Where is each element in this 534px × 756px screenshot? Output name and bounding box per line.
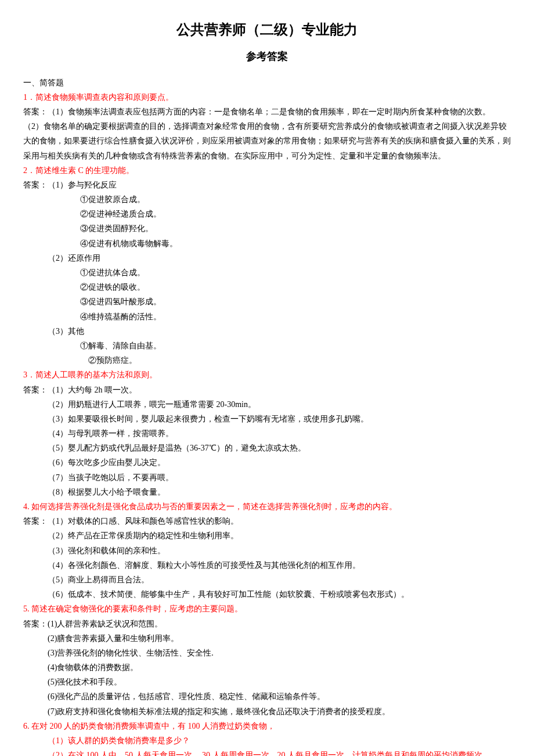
question-4-answer-3: （3）强化剂和载体间的亲和性。 xyxy=(23,543,511,558)
document-subtitle: 参考答案 xyxy=(23,47,511,66)
question-3-answer-4: （4）与母乳喂养一样，按需喂养。 xyxy=(23,426,511,441)
question-5-answer-7: (7)政府支持和强化食物相关标准法规的指定和实施，最终强化食品还取决于消费者的接… xyxy=(23,704,511,719)
question-5-answer-2: (2)膳食营养素摄入量和生物利用率。 xyxy=(23,631,511,646)
question-1-title: 1．简述食物频率调查表内容和原则要点。 xyxy=(23,90,511,105)
question-4-answer-6: （6）低成本、技术简便、能够集中生产，具有较好可加工性能（如软胶囊、干粉或喷雾包… xyxy=(23,587,511,602)
question-1-answer-1: 答案：（1）食物频率法调查表应包括两方面的内容：一是食物名单；二是食物的食用频率… xyxy=(23,105,511,119)
question-2-answer-a2: ②促进神经递质合成。 xyxy=(23,207,511,221)
question-6-sub-2: （2）在这 100 人中，50 人每天食用一次， 30 人每周食用一次，20 人… xyxy=(23,748,511,756)
document-title: 公共营养师（二级）专业能力 xyxy=(23,17,511,42)
question-6-sub-1: （1）该人群的奶类食物消费率是多少？ xyxy=(23,733,511,748)
question-4-answer-5: （5）商业上易得而且合法。 xyxy=(23,573,511,587)
question-3-answer-8: （8）根据婴儿大小给予喂食量。 xyxy=(23,485,511,499)
question-2-answer-b4: ④维持巯基酶的活性。 xyxy=(23,309,511,324)
question-5-answer-4: (4)食物载体的消费数据。 xyxy=(23,660,511,675)
question-2-answer-b1: ①促进抗体合成。 xyxy=(23,265,511,280)
question-3-answer-2: （2）用奶瓶进行人工喂养，喂完一瓶通常需要 20-30min。 xyxy=(23,397,511,412)
question-5-answer-5: (5)强化技术和手段。 xyxy=(23,675,511,689)
question-3-answer-3: （3）如果要吸很长时间，婴儿吸起来很费力，检查一下奶嘴有无堵塞，或使用多孔奶嘴。 xyxy=(23,412,511,426)
question-3-answer-7: （7）当孩子吃饱以后，不要再喂。 xyxy=(23,470,511,485)
question-3-title: 3．简述人工喂养的基本方法和原则。 xyxy=(23,368,511,382)
question-2-answer-b3: ③促进四氢叶酸形成。 xyxy=(23,294,511,309)
question-2-answer-c1: ①解毒、清除自由基。 xyxy=(23,339,511,353)
question-2-answer-a0: 答案：（1）参与羟化反应 xyxy=(23,178,511,192)
question-2-answer-c0: （3）其他 xyxy=(23,324,511,339)
question-2-title: 2．简述维生素 C 的生理功能。 xyxy=(23,163,511,178)
question-6-title: 6. 在对 200 人的奶类食物消费频率调查中，有 100 人消费过奶类食物， xyxy=(23,719,511,733)
question-2-answer-a3: ③促进类固醇羟化。 xyxy=(23,221,511,236)
question-4-answer-4: （4）各强化剂颜色、溶解度、颗粒大小等性质的可接受性及与其他强化剂的相互作用。 xyxy=(23,558,511,573)
question-5-answer-3: (3)营养强化剂的物化性状、生物活性、安全性. xyxy=(23,646,511,660)
question-2-answer-a4: ④促进有机物或毒物解毒。 xyxy=(23,236,511,251)
question-3-answer-6: （6）每次吃多少应由婴儿决定。 xyxy=(23,455,511,470)
question-4-answer-2: （2）终产品在正常保质期内的稳定性和生物利用率。 xyxy=(23,528,511,543)
question-3-answer-1: 答案：（1）大约每 2h 喂一次。 xyxy=(23,383,511,397)
question-2-answer-b0: （2）还原作用 xyxy=(23,251,511,265)
question-4-answer-1: 答案：（1）对载体的口感、风味和颜色等感官性状的影响。 xyxy=(23,514,511,528)
section-heading: 一、简答题 xyxy=(23,75,511,90)
question-2-answer-c2: ②预防癌症。 xyxy=(23,353,511,368)
question-5-answer-1: 答案：(1)人群营养素缺乏状况和范围。 xyxy=(23,617,511,631)
question-4-title: 4. 如何选择营养强化剂是强化食品成功与否的重要因素之一，简述在选择营养强化剂时… xyxy=(23,499,511,514)
question-5-title: 5. 简述在确定食物强化的要素和条件时，应考虑的主要问题。 xyxy=(23,602,511,616)
question-3-answer-5: （5）婴儿配方奶或代乳品最好是温热（36-37℃）的，避免太凉或太热。 xyxy=(23,441,511,455)
question-1-answer-2: （2）食物名单的确定要根据调查的目的，选择调查对象经常食用的食物，含有所要研究营… xyxy=(23,119,511,163)
question-5-answer-6: (6)强化产品的质量评估，包括感官、理化性质、稳定性、储藏和运输条件等。 xyxy=(23,689,511,704)
question-2-answer-a1: ①促进胶原合成。 xyxy=(23,192,511,207)
question-2-answer-b2: ②促进铁的吸收。 xyxy=(23,280,511,294)
